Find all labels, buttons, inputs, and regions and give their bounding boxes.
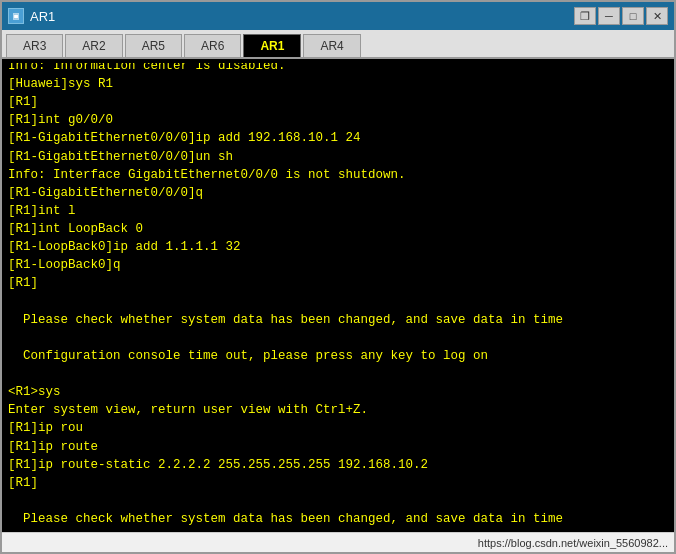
app-icon: ▣ [8,8,24,24]
terminal-line: [R1-GigabitEthernet0/0/0]un sh [8,148,664,166]
minimize-button[interactable]: ─ [598,7,620,25]
tab-ar3[interactable]: AR3 [6,34,63,57]
terminal-line: [R1-GigabitEthernet0/0/0]q [8,184,664,202]
terminal-line: [R1] [8,474,664,492]
window-title: AR1 [30,9,55,24]
terminal-line: [Huawei]sys R1 [8,75,664,93]
terminal-line: [R1]int g0/0/0 [8,111,664,129]
close-button[interactable]: ✕ [646,7,668,25]
title-controls: ❐ ─ □ ✕ [574,7,668,25]
maximize-button[interactable]: □ [622,7,644,25]
terminal-line: Please check whether system data has bee… [8,311,664,329]
terminal-line: [R1] [8,93,664,111]
terminal-line [8,492,664,510]
terminal-line [8,329,664,347]
terminal-content[interactable]: The device is running! <Huawei>sys Enter… [8,63,668,528]
tab-ar4[interactable]: AR4 [303,34,360,57]
terminal-line: Please check whether system data has bee… [8,510,664,528]
terminal-line: [R1]int LoopBack 0 [8,220,664,238]
terminal-line: Enter system view, return user view with… [8,401,664,419]
main-window: ▣ AR1 ❐ ─ □ ✕ AR3AR2AR5AR6AR1AR4 The dev… [0,0,676,554]
terminal-line: [R1-LoopBack0]q [8,256,664,274]
terminal-line: [R1]ip rou [8,419,664,437]
terminal-line: [R1]ip route [8,438,664,456]
tab-ar6[interactable]: AR6 [184,34,241,57]
terminal-line: [R1-GigabitEthernet0/0/0]ip add 192.168.… [8,129,664,147]
terminal-area: The device is running! <Huawei>sys Enter… [2,59,674,532]
terminal-line [8,293,664,311]
terminal-line: Configuration console time out, please p… [8,347,664,365]
terminal-line [8,365,664,383]
terminal-line: [R1] [8,274,664,292]
terminal-line: Info: Interface GigabitEthernet0/0/0 is … [8,166,664,184]
terminal-line: [R1]int l [8,202,664,220]
title-bar-left: ▣ AR1 [8,8,55,24]
status-bar: https://blog.csdn.net/weixin_5560982... [2,532,674,552]
title-bar: ▣ AR1 ❐ ─ □ ✕ [2,2,674,30]
terminal-line: <R1>sys [8,383,664,401]
terminal-line: [R1-LoopBack0]ip add 1.1.1.1 32 [8,238,664,256]
restore-button[interactable]: ❐ [574,7,596,25]
tabs-bar: AR3AR2AR5AR6AR1AR4 [2,30,674,59]
tab-ar5[interactable]: AR5 [125,34,182,57]
terminal-line: [R1]ip route-static 2.2.2.2 255.255.255.… [8,456,664,474]
status-url: https://blog.csdn.net/weixin_5560982... [478,537,668,549]
tab-ar2[interactable]: AR2 [65,34,122,57]
tab-ar1[interactable]: AR1 [243,34,301,57]
terminal-line: Info: Information center is disabled. [8,63,664,75]
